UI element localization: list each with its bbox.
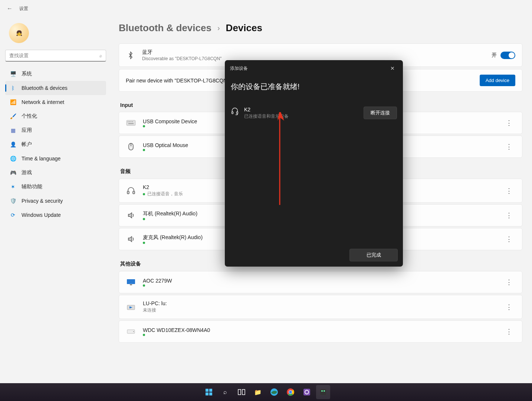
- svg-point-34: [324, 390, 325, 392]
- device-row[interactable]: WDC WD10EZEX-08WN4A0⋮: [119, 320, 522, 343]
- --icon: ✶: [10, 183, 16, 190]
- more-icon[interactable]: ⋮: [503, 210, 515, 221]
- taskview-icon[interactable]: [234, 385, 249, 399]
- bluetooth-title: 蓝牙: [142, 49, 221, 56]
- nav-label: 帐户: [22, 141, 32, 148]
- svg-rect-22: [238, 389, 241, 395]
- svg-rect-4: [132, 121, 133, 122]
- --icon: 🖥️: [10, 71, 16, 77]
- sidebar-item--[interactable]: 🖌️个性化: [5, 109, 106, 123]
- add-device-dialog: 添加设备 ✕ 你的设备已准备就绪! K2 已连接语音和音乐设备 断开连接 已完成: [225, 60, 403, 267]
- device-name: USB Optical Mouse: [143, 142, 188, 148]
- window-header: ← 设置: [0, 0, 532, 17]
- bluetooth-icon: [126, 50, 135, 60]
- svg-point-14: [133, 331, 134, 332]
- sidebar-item-time-language[interactable]: 🌐Time & language: [5, 151, 106, 166]
- bluetooth-toggle[interactable]: [500, 52, 515, 59]
- headphones-icon: [126, 187, 136, 195]
- more-icon[interactable]: ⋮: [503, 234, 515, 245]
- more-icon[interactable]: ⋮: [503, 117, 515, 128]
- windows-update-icon: ⟳: [10, 212, 16, 218]
- sidebar-item-privacy-security[interactable]: 🛡️Privacy & security: [5, 194, 106, 208]
- device-row[interactable]: LU-PC: lu:未连接⋮: [119, 295, 522, 319]
- sidebar-item--[interactable]: 🖥️系统: [5, 67, 106, 81]
- dialog-device-status: 已连接语音和音乐设备: [244, 113, 289, 120]
- network-internet-icon: 📶: [10, 99, 16, 105]
- sidebar-item--[interactable]: 🎮游戏: [5, 166, 106, 180]
- edge-icon[interactable]: [267, 385, 281, 399]
- explorer-icon[interactable]: 📁: [251, 385, 265, 399]
- toggle-label: 开: [492, 52, 497, 59]
- breadcrumb-current: Devices: [226, 22, 262, 34]
- speaker-icon: [126, 235, 136, 243]
- avatar[interactable]: 👧: [9, 23, 29, 43]
- more-icon[interactable]: ⋮: [503, 141, 515, 152]
- svg-rect-8: [127, 191, 129, 194]
- search-icon: ⌕: [99, 53, 102, 58]
- status-dot-icon: [143, 149, 145, 151]
- close-icon[interactable]: ✕: [387, 64, 398, 73]
- nav-label: 辅助功能: [22, 183, 42, 190]
- svg-rect-19: [209, 389, 212, 392]
- keyboard-icon: [126, 119, 136, 127]
- search-input-wrap[interactable]: ⌕: [5, 50, 106, 62]
- device-name: LU-PC: lu:: [143, 300, 167, 306]
- chrome-icon[interactable]: [283, 385, 298, 399]
- svg-rect-16: [237, 112, 238, 114]
- svg-rect-21: [209, 392, 212, 395]
- status-dot-icon: [143, 125, 145, 127]
- --icon: 🎮: [10, 169, 16, 176]
- svg-rect-2: [129, 121, 130, 122]
- nav-label: Time & language: [22, 156, 60, 162]
- --icon: ▦: [10, 127, 16, 134]
- time-language-icon: 🌐: [10, 155, 16, 162]
- drive-icon: [126, 327, 136, 336]
- chevron-right-icon: ›: [217, 24, 220, 32]
- sidebar-item-network-internet[interactable]: 📶Network & internet: [5, 95, 106, 109]
- status-dot-icon: [143, 218, 145, 220]
- more-icon[interactable]: ⋮: [503, 277, 515, 288]
- back-icon[interactable]: ←: [7, 5, 13, 12]
- more-icon[interactable]: ⋮: [503, 185, 515, 196]
- mouse-icon: [126, 143, 136, 151]
- search-taskbar-icon[interactable]: ⌕: [218, 385, 232, 399]
- sidebar-item--[interactable]: 👤帐户: [5, 137, 106, 151]
- dialog-title: 添加设备: [230, 65, 248, 72]
- add-device-button[interactable]: Add device: [480, 75, 515, 86]
- headset-icon: [231, 107, 239, 120]
- nav-label: Windows Update: [22, 212, 61, 218]
- device-status: 未连接: [143, 307, 156, 313]
- start-icon[interactable]: [202, 385, 216, 399]
- svg-rect-9: [133, 191, 135, 194]
- status-dot-icon: [143, 334, 145, 336]
- svg-rect-3: [131, 121, 131, 122]
- speaker-icon: [126, 211, 136, 219]
- --icon: 👤: [10, 141, 16, 148]
- svg-point-33: [321, 390, 323, 392]
- search-input[interactable]: [9, 53, 99, 58]
- monitor-icon: [126, 278, 136, 286]
- app-icon[interactable]: [316, 385, 330, 399]
- sidebar-item--[interactable]: ▦应用: [5, 123, 106, 137]
- breadcrumb: Bluetooth & devices › Devices: [119, 22, 522, 34]
- nav-label: Network & internet: [22, 99, 64, 105]
- sidebar-item-windows-update[interactable]: ⟳Windows Update: [5, 208, 106, 222]
- svg-rect-5: [128, 123, 134, 124]
- disconnect-button[interactable]: 断开连接: [364, 107, 397, 119]
- device-name: AOC 2279W: [143, 278, 172, 284]
- svg-rect-10: [127, 279, 135, 284]
- more-icon[interactable]: ⋮: [503, 326, 515, 337]
- breadcrumb-parent[interactable]: Bluetooth & devices: [119, 22, 211, 34]
- sidebar-item--[interactable]: ✶辅助功能: [5, 180, 106, 194]
- svg-rect-18: [206, 389, 208, 392]
- taskbar: ⌕ 📁: [0, 383, 532, 401]
- sidebar-item-bluetooth-devices[interactable]: ᛒBluetooth & devices: [5, 81, 106, 95]
- nav-label: Bluetooth & devices: [22, 85, 68, 91]
- device-name: 耳机 (Realtek(R) Audio): [143, 211, 197, 217]
- more-icon[interactable]: ⋮: [503, 301, 515, 313]
- capture-icon[interactable]: [300, 385, 314, 399]
- svg-rect-20: [206, 392, 208, 395]
- device-row[interactable]: AOC 2279W⋮: [119, 271, 522, 293]
- device-status: 已连接语音，音乐: [147, 191, 183, 197]
- done-button[interactable]: 已完成: [349, 249, 398, 261]
